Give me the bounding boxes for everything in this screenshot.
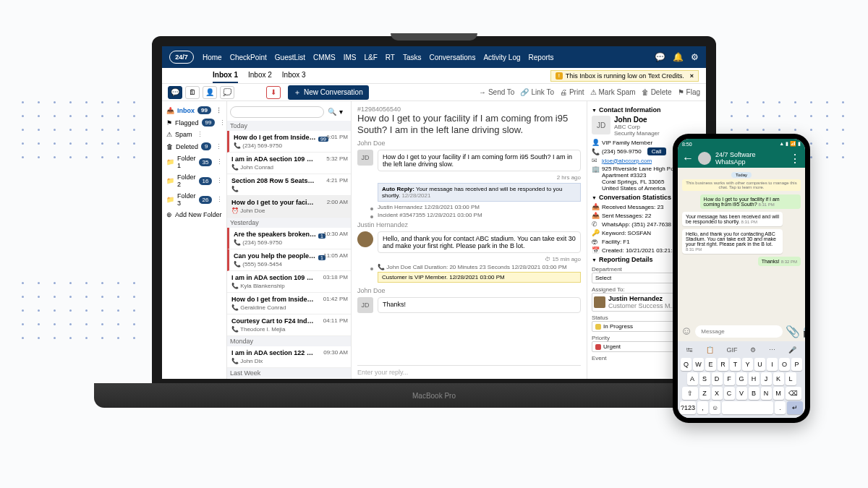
folder-menu-icon[interactable]: ⋮ — [216, 143, 222, 150]
new-conversation-button[interactable]: ＋ New Conversation — [288, 85, 369, 100]
key[interactable]: E — [705, 358, 716, 371]
sidebar-item[interactable]: 📁Folder 135⋮ — [165, 153, 224, 171]
key[interactable]: T — [730, 358, 741, 371]
call-button[interactable]: Call — [647, 147, 666, 155]
key[interactable]: U — [754, 358, 765, 371]
key[interactable]: Q — [681, 358, 692, 371]
feedback-icon[interactable]: 💭 — [220, 86, 234, 99]
message-item[interactable]: How do I get from Inside Arrowhead...01:… — [227, 293, 351, 314]
delete-button[interactable]: 🗑 Delete — [642, 88, 672, 96]
send-to-button[interactable]: → Send To — [479, 88, 515, 96]
key[interactable]: Y — [742, 358, 753, 371]
chat-icon[interactable]: 💬 — [655, 52, 665, 62]
inbox-tab[interactable]: Inbox 3 — [282, 68, 306, 83]
key[interactable]: Z — [699, 387, 710, 400]
key[interactable]: P — [791, 358, 802, 371]
numeric-key[interactable]: ?123 — [680, 401, 696, 414]
key[interactable]: D — [712, 372, 723, 385]
sidebar-item[interactable]: 🗑Deleted9⋮ — [165, 140, 224, 153]
nav-checkpoint[interactable]: CheckPoint — [230, 53, 267, 61]
emoji-icon[interactable]: ☺ — [681, 325, 692, 338]
nav-rt[interactable]: RT — [386, 53, 395, 61]
contact-avatar[interactable] — [698, 152, 711, 165]
flag-button[interactable]: ⚑ Flag — [678, 88, 700, 96]
key[interactable]: X — [712, 387, 723, 400]
key[interactable]: M — [773, 387, 784, 400]
add-folder-button[interactable]: ⊕ Add New Folder — [165, 209, 224, 221]
message-item[interactable]: Can you help the people is seats t...111… — [227, 249, 351, 271]
nav-l&f[interactable]: L&F — [364, 53, 377, 61]
nav-reports[interactable]: Reports — [529, 53, 554, 61]
nav-conversations[interactable]: Conversations — [429, 53, 475, 61]
message-item[interactable]: Section 208 Row 5 Seats 14 thru 19 all v… — [227, 174, 351, 196]
reply-input[interactable]: Enter your reply... — [357, 365, 581, 379]
message-item[interactable]: Courtesy Cart to F24 Individual is highl… — [227, 314, 351, 336]
print-button[interactable]: 🖨 Print — [560, 88, 584, 96]
close-icon[interactable]: × — [690, 72, 694, 80]
message-item[interactable]: Courtesy Cart to J15 Individual is highl… — [227, 378, 351, 379]
key[interactable]: O — [779, 358, 790, 371]
nav-guestlist[interactable]: GuestList — [275, 53, 305, 61]
settings-icon[interactable]: ⚙ — [750, 346, 756, 354]
sidebar-item[interactable]: ⚠Spam⋮ — [165, 129, 224, 140]
folder-menu-icon[interactable]: ⋮ — [216, 158, 223, 166]
message-item[interactable]: I am in ADA section 122 seats 4 and...09… — [227, 346, 351, 368]
space-key[interactable] — [722, 401, 773, 414]
key[interactable]: V — [736, 387, 747, 400]
key[interactable]: L — [786, 372, 796, 385]
message-input[interactable] — [695, 325, 783, 338]
gear-icon[interactable]: ⚙ — [691, 52, 699, 62]
folder-menu-icon[interactable]: ⋮ — [216, 177, 223, 184]
alert-filter-icon[interactable]: ⬇ — [266, 86, 281, 99]
emoji-key[interactable]: ☺ — [710, 401, 720, 414]
mic-icon[interactable]: 🎤 — [788, 346, 796, 354]
email-link[interactable]: jdoe@abccorp.com — [602, 158, 652, 164]
camera-icon[interactable]: 📷 — [803, 325, 805, 338]
nav-ims[interactable]: IMS — [344, 53, 357, 61]
key[interactable]: G — [736, 372, 747, 385]
clipboard-icon[interactable]: 📋 — [706, 346, 714, 354]
nav-tasks[interactable]: Tasks — [403, 53, 422, 61]
folder-menu-icon[interactable]: ⋮ — [197, 131, 203, 138]
folder-menu-icon[interactable]: ⋮ — [216, 196, 223, 203]
bell-icon[interactable]: 🔔 — [673, 52, 684, 62]
link-to-button[interactable]: 🔗 Link To — [520, 88, 554, 96]
chat-messages[interactable]: Today This business works with other com… — [678, 168, 805, 321]
inbox-tab[interactable]: Inbox 1 — [213, 68, 238, 83]
messages-icon[interactable]: 💬 — [168, 86, 182, 99]
folder-menu-icon[interactable]: ⋮ — [216, 107, 222, 114]
search-input[interactable] — [230, 106, 324, 118]
key[interactable]: A — [687, 372, 698, 385]
message-item[interactable]: I am in ADA section 109 seats 1 and 2 an… — [227, 153, 351, 174]
sidebar-item[interactable]: ⚑Flagged99⋮ — [165, 116, 224, 129]
key[interactable]: R — [718, 358, 728, 371]
contact-info-header[interactable]: Contact Information — [592, 106, 702, 114]
sidebar-item[interactable]: 📁Folder 216⋮ — [165, 171, 224, 190]
sidebar-item[interactable]: 📁Folder 326⋮ — [165, 190, 224, 209]
key[interactable]: B — [749, 387, 760, 400]
key[interactable]: S — [699, 372, 710, 385]
calendar-icon[interactable]: 🗓 — [185, 86, 200, 99]
key[interactable]: F — [724, 372, 735, 385]
sidebar-item[interactable]: 📥Inbox99⋮ — [165, 104, 224, 116]
key[interactable]: ⌫ — [786, 387, 801, 400]
key[interactable]: N — [761, 387, 772, 400]
message-item[interactable]: How do I get to your facility if I am co… — [227, 196, 351, 218]
message-item[interactable]: Are the speakers broken? Can not...110:3… — [227, 228, 351, 249]
key[interactable]: C — [724, 387, 735, 400]
inbox-tab[interactable]: Inbox 2 — [248, 68, 272, 83]
folder-menu-icon[interactable]: ⋮ — [219, 119, 226, 127]
more-icon[interactable]: ⋮ — [789, 152, 801, 166]
filter-icon[interactable]: ▾ — [339, 108, 343, 116]
key[interactable]: K — [773, 372, 784, 385]
key[interactable]: ⇧ — [682, 387, 698, 400]
tab-icon[interactable]: ⭾ — [686, 346, 693, 354]
nav-cmms[interactable]: CMMS — [313, 53, 336, 61]
enter-key[interactable]: ↵ — [787, 401, 803, 414]
user-icon[interactable]: 👤 — [203, 86, 217, 99]
attach-icon[interactable]: 📎 — [786, 325, 800, 338]
key[interactable]: H — [749, 372, 760, 385]
nav-home[interactable]: Home — [203, 53, 222, 61]
back-icon[interactable]: ← — [682, 152, 694, 165]
message-item[interactable]: I am in ADA section 109 seats 1 and...03… — [227, 271, 351, 293]
